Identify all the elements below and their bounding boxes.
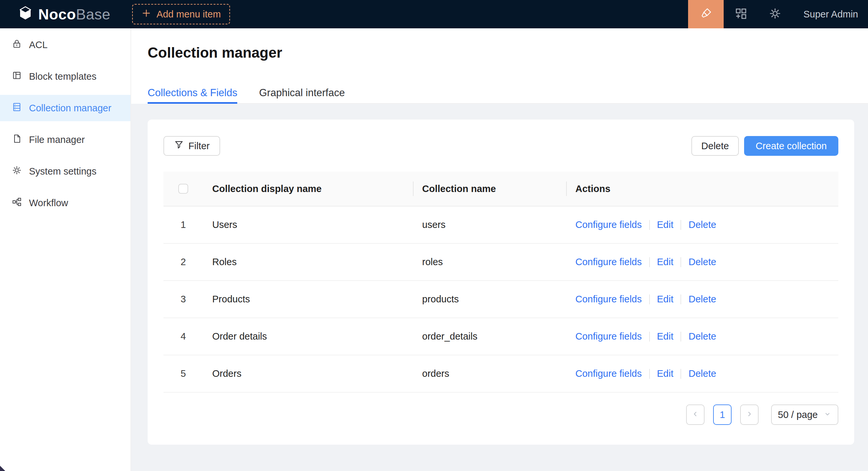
action-divider	[681, 369, 681, 379]
current-user-menu[interactable]: Super Admin	[792, 9, 868, 20]
main-content: Collection manager Collections & Fields …	[131, 28, 868, 471]
delete-button[interactable]: Delete	[691, 136, 739, 156]
column-header-display-name: Collection display name	[203, 181, 413, 196]
row-index: 1	[163, 220, 203, 230]
configure-fields-link[interactable]: Configure fields	[576, 257, 642, 267]
delete-link[interactable]: Delete	[688, 294, 716, 305]
sidebar-item-label: System settings	[29, 166, 97, 177]
nocobase-logo[interactable]: NocoBase	[0, 6, 111, 23]
ui-editor-button[interactable]	[688, 0, 724, 28]
collections-table: Collection display name Collection name …	[163, 172, 838, 393]
sidebar-item-label: File manager	[29, 134, 85, 145]
cell-name: roles	[413, 257, 566, 267]
filter-button[interactable]: Filter	[163, 136, 220, 156]
file-icon	[12, 134, 22, 146]
header-actions: Super Admin	[688, 0, 868, 28]
action-divider	[649, 332, 650, 342]
tab-bar: Collections & Fields Graphical interface	[148, 86, 868, 104]
cell-display-name: Products	[203, 294, 413, 305]
table-row: 4 Order details order_details Configure …	[163, 318, 838, 356]
sidebar-item-workflow[interactable]: Workflow	[0, 190, 130, 216]
sidebar-item-file-manager[interactable]: File manager	[0, 127, 130, 153]
sidebar-item-label: ACL	[29, 39, 48, 51]
page-size-value: 50 / page	[778, 409, 818, 420]
funnel-icon	[174, 140, 184, 152]
delete-link[interactable]: Delete	[688, 368, 716, 379]
appstore-add-icon	[735, 7, 747, 21]
column-header-name: Collection name	[413, 181, 566, 196]
row-index: 4	[163, 331, 203, 342]
action-divider	[649, 257, 650, 267]
configure-fields-link[interactable]: Configure fields	[576, 368, 642, 379]
delete-link[interactable]: Delete	[688, 331, 716, 342]
chevron-left-icon	[691, 410, 700, 419]
row-index: 3	[163, 294, 203, 305]
cell-display-name: Orders	[203, 368, 413, 379]
configure-fields-link[interactable]: Configure fields	[576, 220, 642, 230]
action-divider	[649, 295, 650, 304]
tab-collections-fields[interactable]: Collections & Fields	[148, 86, 237, 104]
configure-fields-link[interactable]: Configure fields	[576, 331, 642, 342]
sidebar-item-collection-manager[interactable]: Collection manager	[0, 95, 130, 121]
tab-graphical-interface[interactable]: Graphical interface	[259, 86, 345, 104]
edit-link[interactable]: Edit	[657, 220, 674, 230]
row-index: 5	[163, 368, 203, 379]
sidebar-item-block-templates[interactable]: Block templates	[0, 63, 130, 90]
table-header-row: Collection display name Collection name …	[163, 172, 838, 206]
edit-link[interactable]: Edit	[657, 294, 674, 305]
column-header-actions: Actions	[566, 181, 838, 196]
page-size-select[interactable]: 50 / page	[771, 404, 838, 425]
top-header: NocoBase Add menu item	[0, 0, 868, 28]
chevron-right-icon	[745, 410, 754, 419]
select-all-checkbox[interactable]	[178, 184, 188, 194]
cell-name: orders	[413, 368, 566, 379]
pagination: 1 50 / page	[163, 404, 838, 425]
add-menu-item-label: Add menu item	[157, 9, 221, 20]
configure-fields-link[interactable]: Configure fields	[576, 294, 642, 305]
page-title: Collection manager	[148, 45, 868, 60]
cell-display-name: Roles	[203, 257, 413, 267]
page-header: Collection manager Collections & Fields …	[131, 28, 868, 104]
gear-icon	[12, 165, 22, 177]
action-divider	[681, 257, 681, 267]
action-divider	[681, 295, 681, 304]
lock-icon	[12, 39, 22, 51]
edit-link[interactable]: Edit	[657, 331, 674, 342]
plugins-button[interactable]	[724, 0, 758, 28]
cell-display-name: Users	[203, 220, 413, 230]
logo-wordmark: NocoBase	[38, 7, 111, 22]
action-divider	[681, 332, 681, 342]
cell-display-name: Order details	[203, 331, 413, 342]
settings-button[interactable]	[758, 0, 792, 28]
edit-link[interactable]: Edit	[657, 257, 674, 267]
delete-link[interactable]: Delete	[688, 257, 716, 267]
sidebar-item-label: Block templates	[29, 71, 97, 82]
sidebar-nav: ACL Block templates Collection manager	[0, 28, 131, 471]
action-divider	[649, 220, 650, 230]
cell-name: products	[413, 294, 566, 305]
table-row: 1 Users users Configure fields Edit Dele…	[163, 206, 838, 244]
pagination-prev-button[interactable]	[686, 404, 705, 425]
delete-link[interactable]: Delete	[688, 220, 716, 230]
highlighter-icon	[699, 6, 713, 22]
table-toolbar: Filter Delete Create collection	[163, 136, 838, 156]
cell-name: users	[413, 220, 566, 230]
filter-label: Filter	[188, 141, 210, 152]
table-row: 3 Products products Configure fields Edi…	[163, 281, 838, 318]
action-divider	[649, 369, 650, 379]
row-index: 2	[163, 257, 203, 267]
pagination-next-button[interactable]	[740, 404, 758, 425]
cell-name: order_details	[413, 331, 566, 342]
plus-icon	[142, 8, 151, 21]
table-row: 2 Roles roles Configure fields Edit Dele…	[163, 244, 838, 281]
workflow-icon	[12, 197, 22, 209]
collections-card: Filter Delete Create collection Collecti…	[148, 120, 854, 445]
edit-link[interactable]: Edit	[657, 368, 674, 379]
sidebar-item-label: Workflow	[29, 198, 68, 208]
sidebar-item-acl[interactable]: ACL	[0, 32, 130, 58]
add-menu-item-button[interactable]: Add menu item	[132, 4, 230, 24]
pagination-page-1[interactable]: 1	[713, 404, 732, 425]
gear-icon	[769, 7, 781, 21]
create-collection-button[interactable]: Create collection	[744, 136, 838, 156]
sidebar-item-system-settings[interactable]: System settings	[0, 158, 130, 184]
